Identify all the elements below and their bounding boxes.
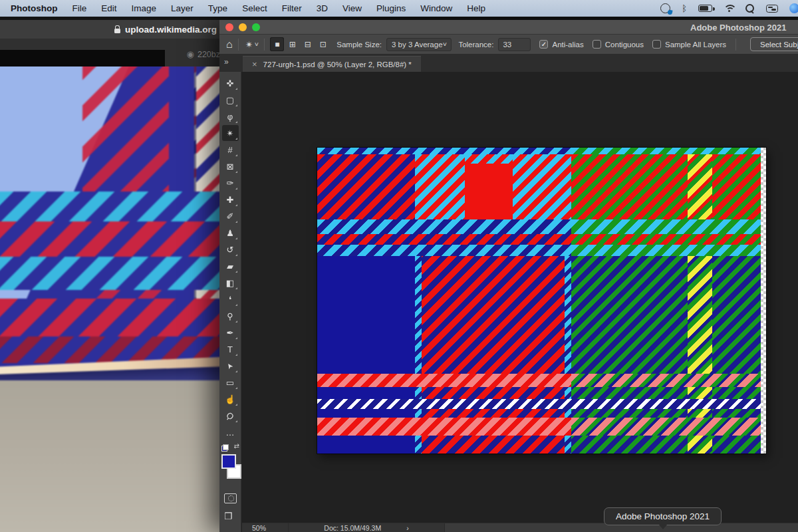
- plaid-pink-band: [317, 418, 761, 436]
- history-brush-tool[interactable]: ↺: [222, 241, 239, 257]
- menu-layer[interactable]: Layer: [164, 3, 201, 13]
- chevron-down-icon: ∨: [254, 41, 259, 47]
- magic-wand-icon: ✴: [245, 39, 253, 50]
- bluetooth-icon[interactable]: ᛒ: [682, 4, 687, 13]
- zoom-level-field[interactable]: 50%: [242, 523, 289, 532]
- menu-image[interactable]: Image: [124, 3, 164, 13]
- wifi-icon[interactable]: [724, 5, 734, 13]
- contiguous-checkbox[interactable]: Contiguous: [593, 40, 644, 49]
- chevron-down-icon: ∨: [442, 41, 447, 47]
- menu-edit[interactable]: Edit: [94, 3, 124, 13]
- doc-size-value: Doc: 15.0M/49.3M: [324, 524, 381, 532]
- browser-url: upload.wikimedia.org: [125, 25, 217, 35]
- document-tab-bar: » × 727-urgh-1.psd @ 50% (Layer 2, RGB/8…: [219, 55, 798, 72]
- close-window-button[interactable]: [225, 23, 233, 31]
- anti-alias-checkbox[interactable]: ✓ Anti-alias: [539, 40, 583, 49]
- menu-file[interactable]: File: [65, 3, 94, 13]
- contiguous-label: Contiguous: [605, 41, 644, 49]
- path-select-tool[interactable]: ➤: [222, 358, 239, 374]
- control-center-icon[interactable]: [766, 5, 778, 13]
- browser-address-bar[interactable]: upload.wikimedia.org: [0, 20, 223, 39]
- minimize-window-button[interactable]: [239, 23, 247, 31]
- add-to-selection-button[interactable]: ⊞: [285, 37, 299, 51]
- menu-plugins[interactable]: Plugins: [369, 3, 413, 13]
- menu-photoshop[interactable]: Photoshop: [8, 3, 65, 13]
- pen-tool[interactable]: ✒: [222, 325, 239, 340]
- zoom-tool[interactable]: Ϙ: [222, 408, 239, 424]
- active-tool-preset[interactable]: ✴ ∨: [245, 39, 259, 50]
- plaid-cyan-band: [317, 245, 761, 256]
- lasso-tool[interactable]: φ: [222, 108, 239, 124]
- select-subject-button[interactable]: Select Subject: [750, 37, 798, 51]
- eraser-tool-icon: ▰: [227, 261, 233, 271]
- doc-size-field[interactable]: Doc: 15.0M/49.3M ›: [289, 523, 445, 532]
- brush-tool[interactable]: ✐: [222, 208, 239, 224]
- history-brush-tool-icon: ↺: [227, 245, 234, 255]
- eyedropper-tool[interactable]: ✑: [222, 175, 239, 191]
- magic-wand-tool[interactable]: ✴: [222, 125, 239, 141]
- marquee-tool[interactable]: ▢: [222, 92, 239, 108]
- menu-filter[interactable]: Filter: [275, 3, 309, 13]
- blur-tool[interactable]: ❛: [222, 291, 239, 307]
- tolerance-input[interactable]: [498, 38, 531, 51]
- menu-view[interactable]: View: [335, 3, 369, 13]
- window-title-bar[interactable]: Adobe Photoshop 2021: [219, 20, 798, 35]
- default-colors-icon[interactable]: [221, 444, 229, 452]
- menu-3d[interactable]: 3D: [309, 3, 335, 13]
- plaid-pink-band: [317, 374, 761, 387]
- menu-type[interactable]: Type: [201, 3, 235, 13]
- new-selection-button[interactable]: ■: [270, 37, 284, 51]
- creative-cloud-icon[interactable]: [660, 3, 670, 13]
- page-letterbox: [0, 50, 165, 66]
- tooltip-text: Adobe Photoshop 2021: [616, 511, 710, 521]
- intersect-selection-button[interactable]: ⊡: [316, 37, 330, 51]
- gradient-tool[interactable]: ◧: [222, 275, 239, 291]
- siri-icon[interactable]: [789, 3, 798, 13]
- menu-help[interactable]: Help: [460, 3, 493, 13]
- clone-stamp-tool[interactable]: ♟: [222, 225, 239, 241]
- crop-tool[interactable]: #: [222, 142, 239, 158]
- screen-mode-button[interactable]: ❐: [224, 511, 233, 521]
- edit-toolbar-button[interactable]: …: [222, 424, 239, 440]
- close-tab-icon[interactable]: ×: [252, 59, 257, 69]
- battery-icon[interactable]: [698, 5, 712, 12]
- pen-tool-icon: ✒: [227, 328, 234, 338]
- menu-window[interactable]: Window: [413, 3, 460, 13]
- path-select-tool-icon: ➤: [225, 360, 235, 370]
- hand-tool[interactable]: ☝: [222, 391, 239, 407]
- healing-brush-tool[interactable]: ✚: [222, 192, 239, 207]
- menu-select[interactable]: Select: [235, 3, 275, 13]
- plaid-top-band: [317, 148, 761, 154]
- home-icon[interactable]: ⌂: [226, 39, 233, 51]
- magic-wand-tool-icon: ✴: [227, 128, 234, 138]
- window-title: Adobe Photoshop 2021: [690, 23, 786, 33]
- sample-size-select[interactable]: 3 by 3 Average ∨: [386, 38, 452, 51]
- foreground-color-swatch[interactable]: [221, 454, 236, 469]
- checkbox-unchecked-icon: [593, 40, 601, 49]
- photo-cyan-band: [0, 257, 223, 290]
- transparency-checkerboard: [761, 148, 766, 454]
- sample-all-layers-checkbox[interactable]: Sample All Layers: [652, 40, 726, 49]
- rectangle-tool[interactable]: ▭: [222, 374, 239, 390]
- sample-all-layers-label: Sample All Layers: [665, 41, 726, 49]
- tools-panel: ✜ ▢ φ ✴ # ⊠ ✑ ✚ ✐ ♟ ↺ ▰ ◧ ❛ ⚲ ✒ T ➤ ▭ ☝ …: [219, 72, 241, 532]
- chevron-right-icon[interactable]: ›: [406, 524, 409, 532]
- media-label: 220bz: [198, 50, 220, 59]
- document-tab[interactable]: × 727-urgh-1.psd @ 50% (Layer 2, RGB/8#)…: [243, 56, 421, 72]
- hand-tool-icon: ☝: [225, 394, 235, 404]
- zoom-window-button[interactable]: [252, 23, 260, 31]
- media-icon: ◉: [187, 49, 194, 59]
- tools-panel-expand-icon[interactable]: »: [224, 57, 229, 66]
- eraser-tool[interactable]: ▰: [222, 258, 239, 274]
- canvas-document[interactable]: [317, 148, 766, 454]
- rectangle-tool-icon: ▭: [226, 378, 234, 388]
- spotlight-search-icon[interactable]: [745, 4, 755, 13]
- move-tool[interactable]: ✜: [222, 75, 239, 91]
- quick-mask-button[interactable]: [224, 493, 237, 503]
- tarmac: [0, 380, 223, 532]
- subtract-from-selection-button[interactable]: ⊟: [301, 37, 315, 51]
- dodge-tool[interactable]: ⚲: [222, 308, 239, 324]
- swap-colors-icon[interactable]: ⇄: [234, 442, 239, 450]
- frame-tool[interactable]: ⊠: [222, 158, 239, 174]
- type-tool[interactable]: T: [222, 341, 239, 357]
